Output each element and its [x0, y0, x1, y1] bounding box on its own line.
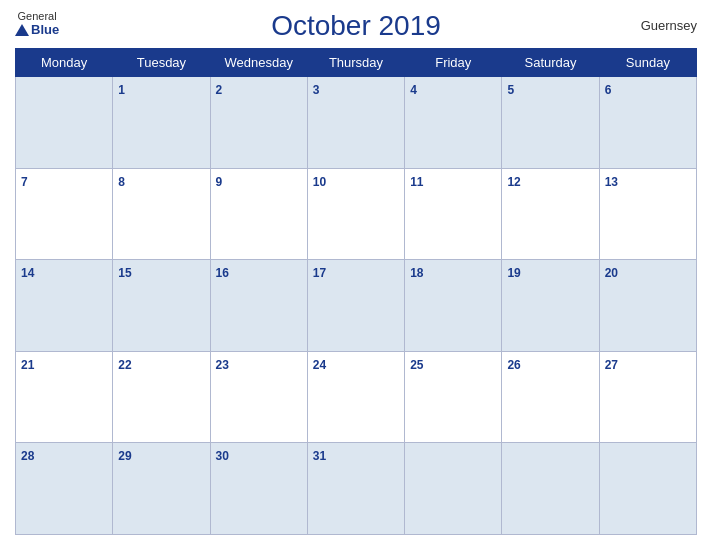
calendar-cell: 31: [307, 443, 404, 535]
calendar-cell: 11: [405, 168, 502, 260]
calendar-cell: 13: [599, 168, 696, 260]
week-row-2: 78910111213: [16, 168, 697, 260]
day-number: 19: [507, 266, 520, 280]
logo-blue-text: Blue: [15, 22, 59, 37]
calendar-cell: 27: [599, 351, 696, 443]
day-number: 10: [313, 175, 326, 189]
calendar-cell: 23: [210, 351, 307, 443]
day-number: 28: [21, 449, 34, 463]
calendar-cell: 29: [113, 443, 210, 535]
calendar-cell: 25: [405, 351, 502, 443]
day-number: 15: [118, 266, 131, 280]
day-number: 11: [410, 175, 423, 189]
calendar-cell: 7: [16, 168, 113, 260]
day-number: 5: [507, 83, 514, 97]
calendar-cell: 6: [599, 77, 696, 169]
day-number: 13: [605, 175, 618, 189]
calendar-cell: [502, 443, 599, 535]
day-number: 30: [216, 449, 229, 463]
calendar-cell: 21: [16, 351, 113, 443]
weekday-saturday: Saturday: [502, 49, 599, 77]
calendar-cell: 12: [502, 168, 599, 260]
day-number: 29: [118, 449, 131, 463]
day-number: 6: [605, 83, 612, 97]
calendar-cell: 10: [307, 168, 404, 260]
weekday-sunday: Sunday: [599, 49, 696, 77]
calendar-cell: 18: [405, 260, 502, 352]
calendar-cell: 20: [599, 260, 696, 352]
calendar-cell: 14: [16, 260, 113, 352]
day-number: 24: [313, 358, 326, 372]
week-row-5: 28293031: [16, 443, 697, 535]
week-row-4: 21222324252627: [16, 351, 697, 443]
calendar-body: 1234567891011121314151617181920212223242…: [16, 77, 697, 535]
calendar-cell: 3: [307, 77, 404, 169]
day-number: 27: [605, 358, 618, 372]
day-number: 23: [216, 358, 229, 372]
day-number: 20: [605, 266, 618, 280]
day-number: 21: [21, 358, 34, 372]
calendar-cell: 1: [113, 77, 210, 169]
calendar-cell: 2: [210, 77, 307, 169]
calendar-cell: 28: [16, 443, 113, 535]
day-number: 8: [118, 175, 125, 189]
day-number: 22: [118, 358, 131, 372]
day-number: 18: [410, 266, 423, 280]
weekday-monday: Monday: [16, 49, 113, 77]
week-row-1: 123456: [16, 77, 697, 169]
calendar-cell: 30: [210, 443, 307, 535]
weekday-thursday: Thursday: [307, 49, 404, 77]
calendar-cell: 4: [405, 77, 502, 169]
calendar-cell: 26: [502, 351, 599, 443]
logo-triangle-icon: [15, 24, 29, 36]
country-label: Guernsey: [641, 18, 697, 33]
calendar-cell: 22: [113, 351, 210, 443]
calendar-cell: 17: [307, 260, 404, 352]
day-number: 16: [216, 266, 229, 280]
day-number: 7: [21, 175, 28, 189]
day-number: 4: [410, 83, 417, 97]
month-title: October 2019: [271, 10, 441, 42]
calendar-cell: 19: [502, 260, 599, 352]
day-number: 14: [21, 266, 34, 280]
calendar-cell: 9: [210, 168, 307, 260]
weekday-wednesday: Wednesday: [210, 49, 307, 77]
day-number: 31: [313, 449, 326, 463]
calendar-header-row: MondayTuesdayWednesdayThursdayFridaySatu…: [16, 49, 697, 77]
calendar-header: General Blue October 2019 Guernsey: [15, 10, 697, 42]
weekday-tuesday: Tuesday: [113, 49, 210, 77]
weekday-header-row: MondayTuesdayWednesdayThursdayFridaySatu…: [16, 49, 697, 77]
day-number: 12: [507, 175, 520, 189]
day-number: 26: [507, 358, 520, 372]
day-number: 3: [313, 83, 320, 97]
calendar-cell: 24: [307, 351, 404, 443]
calendar-cell: [16, 77, 113, 169]
calendar-cell: [599, 443, 696, 535]
calendar-table: MondayTuesdayWednesdayThursdayFridaySatu…: [15, 48, 697, 535]
calendar-cell: 8: [113, 168, 210, 260]
calendar-cell: 15: [113, 260, 210, 352]
day-number: 9: [216, 175, 223, 189]
title-area: October 2019: [271, 10, 441, 42]
calendar-cell: [405, 443, 502, 535]
day-number: 1: [118, 83, 125, 97]
day-number: 25: [410, 358, 423, 372]
weekday-friday: Friday: [405, 49, 502, 77]
calendar-cell: 5: [502, 77, 599, 169]
logo-general-text: General: [18, 10, 57, 22]
day-number: 2: [216, 83, 223, 97]
calendar-cell: 16: [210, 260, 307, 352]
day-number: 17: [313, 266, 326, 280]
logo: General Blue: [15, 10, 59, 37]
week-row-3: 14151617181920: [16, 260, 697, 352]
